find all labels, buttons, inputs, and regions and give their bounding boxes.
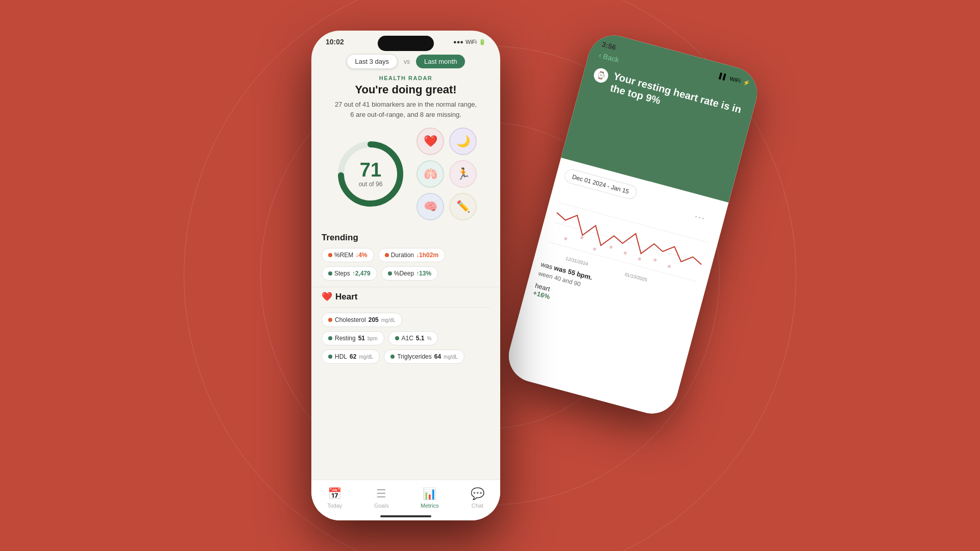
goals-icon: ☰ [376,487,386,500]
health-radar-subtitle: 27 out of 41 biomarkers are in the norma… [322,99,490,119]
phone-content: Last 3 days vs Last month HEALTH RADAR Y… [311,46,500,510]
nav-today[interactable]: 📅 Today [327,487,342,509]
lungs-category-icon[interactable]: 🫁 [416,160,444,188]
last-3-days-button[interactable]: Last 3 days [347,54,398,69]
svg-point-5 [593,247,596,251]
more-options-icon[interactable]: ··· [694,211,707,224]
chevron-left-icon: ‹ [598,51,603,60]
heart-category-icon[interactable]: ❤️ [416,128,444,155]
metric-row-3: HDL 62 mg/dL Triglycerides 64 mg/dL [322,349,490,364]
last-month-button[interactable]: Last month [416,55,465,68]
rem-dot [328,253,332,257]
brain-category-icon[interactable]: 🧠 [416,193,444,220]
rem-tag[interactable]: %REM ↓4% [322,248,374,262]
metric-row: Cholesterol 205 mg/dL [322,313,490,327]
heart-divider [322,307,490,308]
circle-score: 71 out of 96 [335,138,406,210]
circle-score-text: 71 out of 96 [359,160,383,188]
svg-point-3 [564,237,568,240]
heart-icon: ❤️ [322,291,332,302]
svg-point-4 [580,236,583,239]
svg-point-6 [609,245,612,249]
resting-metric[interactable]: Resting 51 bpm [322,331,384,345]
resting-dot [328,336,332,340]
phones-container: 3:56 ▌▌ WiFi ⚡ ‹ Back ⌚ Your resting hea… [291,31,689,520]
trending-tags: %REM ↓4% Duration ↓1h02m Steps ↑2,479 [322,248,490,281]
steps-tag[interactable]: Steps ↑2,479 [322,266,377,281]
steps-dot [328,271,332,276]
hdl-metric[interactable]: HDL 62 mg/dL [322,349,380,364]
category-grid: ❤️ 🌙 🫁 🏃 🧠 ✏️ [416,128,477,220]
sleep-category-icon[interactable]: 🌙 [449,128,477,155]
back-phone-time: 3:56 [601,40,617,52]
heart-section: ❤️ Heart Cholesterol 205 mg/dL [311,287,500,368]
score-number: 71 [359,160,383,180]
triglycerides-metric[interactable]: Triglycerides 64 mg/dL [384,349,464,364]
triglycerides-dot [390,355,395,359]
duration-tag[interactable]: Duration ↓1h02m [378,248,445,262]
svg-point-9 [653,258,657,262]
back-phone: 3:56 ▌▌ WiFi ⚡ ‹ Back ⌚ Your resting hea… [503,30,763,419]
phone-notch [378,36,434,51]
wifi-icon: WiFi [465,39,477,45]
metrics-icon: 📊 [423,487,436,500]
trending-section: Trending %REM ↓4% Duration ↓1h02m [311,229,500,287]
health-radar-label: HEALTH RADAR [322,75,490,81]
today-icon: 📅 [328,487,341,500]
scroll-content: HEALTH RADAR You're doing great! 27 out … [311,75,500,510]
signal-icon: ●●● [453,39,463,45]
nav-metrics[interactable]: 📊 Metrics [421,487,438,509]
front-phone-time: 10:02 [326,38,344,46]
score-label: out of 96 [359,181,383,188]
health-radar-section: HEALTH RADAR You're doing great! 27 out … [311,75,500,119]
svg-point-10 [667,265,671,268]
chat-icon: 💬 [471,487,484,500]
svg-text:01/10/2025: 01/10/2025 [624,271,648,282]
a1c-dot [395,336,399,340]
score-row: 71 out of 96 ❤️ 🌙 🫁 🏃 🧠 ✏️ [311,119,500,229]
svg-text:12/31/2024: 12/31/2024 [565,256,589,266]
status-icons: ●●● WiFi 🔋 [453,39,486,45]
nav-chat[interactable]: 💬 Chat [471,487,484,509]
edit-category-icon[interactable]: ✏️ [449,193,477,220]
vs-label: vs [404,58,410,65]
back-phone-content: Dec 01 2024 - Jan 15 ··· [503,158,728,419]
deep-tag[interactable]: %Deep ↑13% [381,266,438,281]
battery-icon: 🔋 [479,39,486,45]
svg-point-8 [638,257,641,261]
watch-icon: ⌚ [592,67,609,84]
bottom-nav: 📅 Today ☰ Goals 📊 Metrics 💬 Chat [311,480,500,510]
front-phone: 10:02 ●●● WiFi 🔋 Last 3 days vs Last mon… [311,31,500,520]
svg-point-7 [623,251,627,255]
svg-line-1 [554,222,702,262]
deep-dot [388,271,392,276]
hdl-dot [328,355,332,359]
period-toggle: Last 3 days vs Last month [311,54,500,69]
cholesterol-metric[interactable]: Cholesterol 205 mg/dL [322,313,402,327]
trending-title: Trending [322,233,490,243]
metric-row-2: Resting 51 bpm A1C 5.1 % [322,331,490,345]
duration-dot [385,253,389,257]
a1c-metric[interactable]: A1C 5.1 % [388,331,438,345]
heart-section-title: ❤️ Heart [322,291,490,302]
cholesterol-dot [328,318,332,322]
nav-goals[interactable]: ☰ Goals [374,487,389,509]
activity-category-icon[interactable]: 🏃 [449,160,477,188]
health-radar-title: You're doing great! [322,83,490,96]
